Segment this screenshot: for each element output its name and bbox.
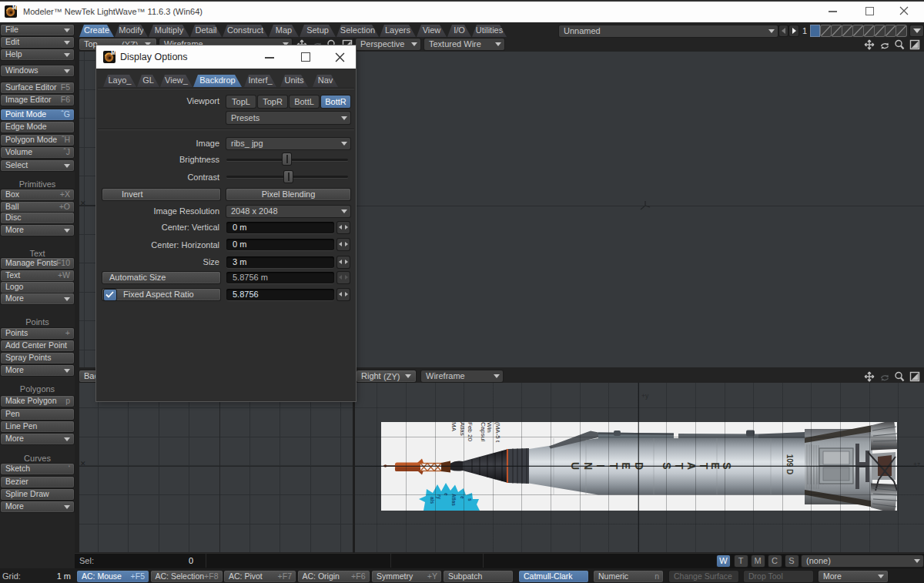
svg-text:Win: Win: [486, 422, 493, 433]
svg-text:M: M: [12, 5, 16, 10]
svg-text:Atlas: Atlas: [459, 422, 466, 436]
svg-text:Atlas: Atlas: [451, 494, 457, 506]
svg-text:als: als: [430, 497, 435, 504]
svg-text:109 D: 109 D: [785, 454, 794, 475]
svg-text:MA: MA: [450, 422, 457, 432]
svg-text:s: s: [467, 498, 473, 501]
svg-text:e: e: [444, 493, 449, 496]
svg-text:Feb 20: Feb 20: [467, 422, 474, 441]
svg-text:M: M: [111, 51, 115, 55]
svg-text:(MA-5 t: (MA-5 t: [494, 422, 501, 443]
svg-text:ry: ry: [436, 494, 442, 500]
svg-text:Capsul: Capsul: [480, 422, 487, 441]
svg-text:e: e: [460, 496, 465, 499]
